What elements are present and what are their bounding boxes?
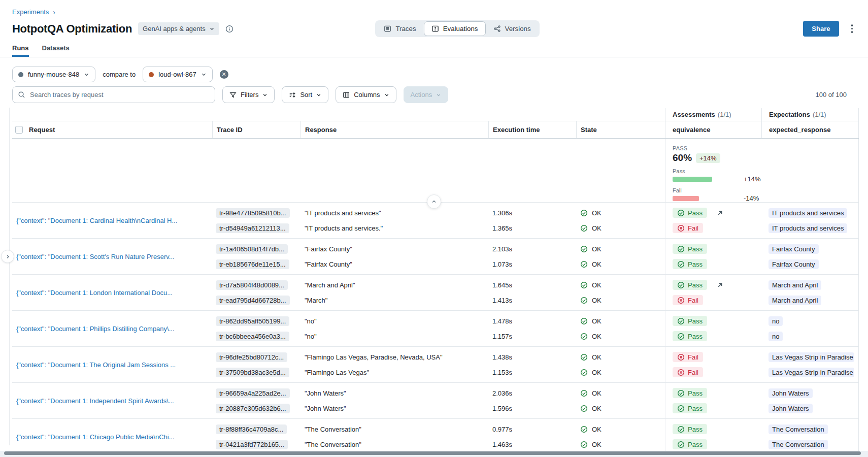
run-a-select[interactable]: funny-mouse-848: [12, 67, 95, 82]
state-text: OK: [592, 297, 602, 304]
filters-button[interactable]: Filters: [222, 86, 275, 103]
x-circle-icon: [677, 224, 685, 232]
assessment-pill[interactable]: Pass: [673, 280, 707, 290]
request-cell: {"context": "Document 1: London Internat…: [12, 275, 212, 310]
response-text: "no": [305, 331, 484, 342]
state-cell: OKOK: [576, 275, 665, 310]
info-icon[interactable]: [225, 25, 233, 33]
request-link[interactable]: {"context": "Document 1: The Original Ja…: [16, 361, 208, 369]
assessment-pill[interactable]: Pass: [673, 403, 707, 413]
header-execution-time: Execution time: [488, 121, 576, 138]
horizontal-scrollbar-thumb[interactable]: [4, 451, 861, 455]
check-circle-icon: [677, 209, 685, 217]
collapse-summary-button[interactable]: [427, 194, 441, 209]
assessment-pill[interactable]: Pass: [673, 244, 707, 254]
columns-button[interactable]: Columns: [336, 86, 396, 103]
assessment-label: Fail: [688, 369, 698, 376]
tab-traces[interactable]: Traces: [376, 21, 423, 36]
expected-response-cell: nono: [761, 311, 859, 346]
clear-compare-icon[interactable]: ✕: [220, 70, 228, 79]
request-link[interactable]: {"context": "Document 1: Independent Spi…: [16, 397, 208, 405]
tab-versions[interactable]: Versions: [486, 21, 539, 36]
trace-id-pill[interactable]: tr-37509bd38ac3e5d...: [216, 368, 289, 377]
trace-id-pill[interactable]: tr-1a406508d14f7db...: [216, 244, 288, 254]
search-input[interactable]: [30, 91, 210, 99]
execution-time-value: 2.036s: [492, 387, 572, 399]
run-b-select[interactable]: loud-owl-867: [143, 67, 212, 82]
request-link[interactable]: {"context": "Document 1: Phillips Distil…: [16, 325, 208, 333]
chevron-down-icon: [436, 92, 441, 97]
tab-datasets[interactable]: Datasets: [42, 44, 70, 57]
assessment-label: Pass: [688, 281, 703, 289]
expand-panel-button[interactable]: [1, 250, 14, 263]
check-circle-icon: [677, 441, 685, 448]
run-b-color-dot: [149, 72, 154, 77]
trace-id-pill[interactable]: tr-96dfe25bd80712c...: [216, 352, 287, 362]
tab-evaluations[interactable]: Evaluations: [424, 21, 486, 36]
trace-id-pill[interactable]: tr-d54949a61212113...: [216, 223, 289, 233]
trace-id-pill[interactable]: tr-20887e305d632b6...: [216, 404, 290, 413]
response-cell: "no""no": [301, 311, 488, 346]
trace-id-pill[interactable]: tr-d7a5804f48d0089...: [216, 280, 288, 290]
trend-arrow-icon[interactable]: [716, 209, 724, 217]
assessment-pill[interactable]: Fail: [673, 367, 703, 377]
equivalence-cell: PassFail: [665, 275, 761, 310]
trace-id-pill[interactable]: tr-98e47785095810b...: [216, 208, 290, 218]
ok-check-icon: [580, 297, 588, 304]
select-all-checkbox[interactable]: [15, 126, 23, 134]
assessment-pill[interactable]: Pass: [673, 424, 707, 434]
share-button[interactable]: Share: [803, 21, 839, 37]
request-link[interactable]: {"context": "Document 1: Chicago Public …: [16, 433, 208, 441]
breadcrumb-experiments-link[interactable]: Experiments: [12, 8, 49, 16]
assessment-pill[interactable]: Pass: [673, 388, 707, 398]
table-header-row: Request Trace ID Response Execution time…: [12, 121, 859, 139]
ok-check-icon: [580, 224, 588, 232]
sort-label: Sort: [300, 91, 312, 99]
run-b-name: loud-owl-867: [158, 71, 196, 78]
sort-button[interactable]: Sort: [282, 86, 328, 103]
response-text: "Flamingo Las Vegas, Paradise, Nevada, U…: [305, 351, 484, 363]
breadcrumb: Experiments ›: [0, 0, 868, 16]
assessment-pill[interactable]: Fail: [673, 352, 703, 362]
header-response: Response: [301, 121, 488, 138]
trace-id-pill[interactable]: tr-ead795d4d66728b...: [216, 296, 290, 305]
execution-time-value: 1.413s: [492, 295, 572, 306]
assessment-pill[interactable]: Pass: [673, 259, 707, 269]
trace-id-pill[interactable]: tr-0421a3fd772b165...: [216, 440, 288, 449]
response-text: "March and April": [305, 279, 484, 290]
actions-button[interactable]: Actions: [404, 86, 449, 103]
tab-runs[interactable]: Runs: [12, 44, 29, 57]
equivalence-cell: FailFail: [665, 347, 761, 382]
experiment-type-dropdown[interactable]: GenAI apps & agents: [138, 22, 219, 35]
assessment-pill[interactable]: Pass: [673, 316, 707, 326]
equivalence-cell: PassPass: [665, 239, 761, 274]
assessment-pill[interactable]: Pass: [673, 208, 707, 218]
expected-response-pill: IT products and services: [769, 208, 847, 218]
trace-id-pill[interactable]: tr-bc6bbeea456e0a3...: [216, 332, 289, 341]
request-link[interactable]: {"context": "Document 1: Cardinal Health…: [16, 217, 208, 224]
check-circle-icon: [677, 333, 685, 340]
state-text: OK: [592, 245, 602, 253]
request-link[interactable]: {"context": "Document 1: Scott's Run Nat…: [16, 253, 208, 260]
trace-id-pill[interactable]: tr-862dd95aff505199...: [216, 316, 289, 326]
assessment-pill[interactable]: Pass: [673, 331, 707, 341]
request-cell: {"context": "Document 1: Scott's Run Nat…: [12, 239, 212, 274]
tab-versions-label: Versions: [505, 25, 531, 32]
request-cell: {"context": "Document 1: Independent Spi…: [12, 383, 212, 418]
request-link[interactable]: {"context": "Document 1: London Internat…: [16, 289, 208, 297]
assessment-pill[interactable]: Fail: [673, 223, 703, 233]
x-circle-icon: [677, 369, 685, 376]
expected-response-pill: no: [769, 316, 783, 326]
trace-id-pill[interactable]: tr-8f88ff36c4709a8c...: [216, 425, 287, 434]
overflow-menu-icon[interactable]: [848, 22, 856, 35]
execution-time-value: 1.645s: [492, 279, 572, 290]
assessment-pill[interactable]: Fail: [673, 295, 703, 305]
trend-arrow-icon[interactable]: [716, 281, 724, 289]
assessment-pill[interactable]: Pass: [673, 439, 707, 449]
summary-pass-label: PASS: [673, 145, 757, 151]
trace-id-pill[interactable]: tr-96659a4a225ad2e...: [216, 388, 290, 398]
equivalence-cell: PassFail: [665, 203, 761, 238]
trace-id-pill[interactable]: tr-eb185676de11e15...: [216, 259, 289, 269]
chevron-down-icon: [84, 72, 89, 77]
state-text: OK: [592, 260, 602, 268]
